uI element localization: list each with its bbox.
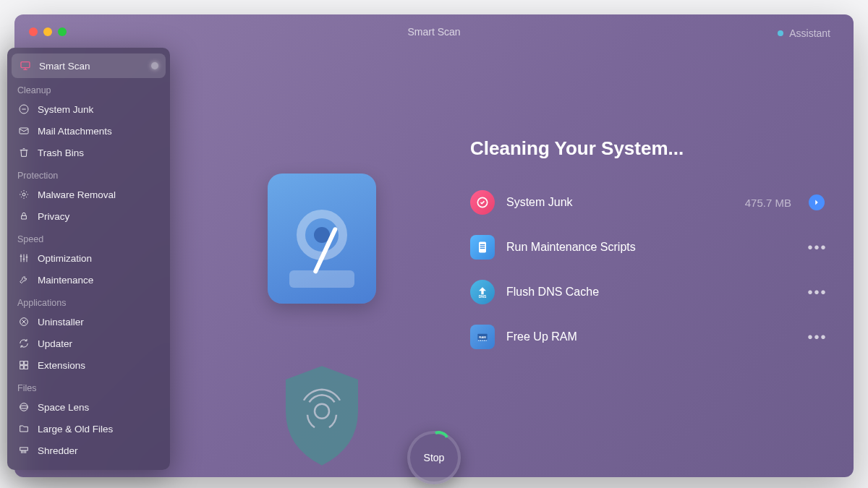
sidebar: Smart Scan Cleanup System Junk Mail Atta… <box>7 48 170 470</box>
svg-rect-16 <box>480 246 485 247</box>
assistant-button[interactable]: Assistant <box>769 23 839 43</box>
task-value: 475.7 MB <box>745 197 791 209</box>
sidebar-item-label: Large & Old Files <box>38 424 113 435</box>
main-content: Cleaning Your System... System Junk 475.… <box>203 58 825 455</box>
sidebar-item-optimization[interactable]: Optimization <box>7 247 170 269</box>
sidebar-item-label: System Junk <box>38 104 93 115</box>
sidebar-item-label: Extensions <box>38 360 85 371</box>
sidebar-item-label: Optimization <box>38 253 92 264</box>
space-lens-icon <box>17 401 30 414</box>
system-junk-icon <box>17 103 30 116</box>
privacy-icon <box>17 210 30 223</box>
task-more-button[interactable]: ••• <box>810 330 825 344</box>
sidebar-section-cleanup: Cleanup <box>7 78 170 98</box>
optimization-icon <box>17 252 30 265</box>
task-panel: Cleaning Your System... System Junk 475.… <box>470 137 825 359</box>
assistant-label: Assistant <box>789 27 830 39</box>
svg-point-3 <box>22 193 25 196</box>
sidebar-item-updater[interactable]: Updater <box>7 333 170 354</box>
sidebar-section-applications: Applications <box>7 291 170 311</box>
sidebar-item-label: Privacy <box>38 211 69 222</box>
task-row-free-ram: RAM Free Up RAM ••• <box>470 314 825 359</box>
svg-rect-0 <box>21 62 30 68</box>
svg-rect-17 <box>480 248 485 249</box>
extensions-icon <box>17 359 30 372</box>
sidebar-item-label: Malware Removal <box>38 189 116 200</box>
stop-button[interactable]: Stop <box>407 431 461 484</box>
sidebar-item-malware-removal[interactable]: Malware Removal <box>7 184 170 205</box>
ram-task-icon: RAM <box>470 325 495 349</box>
sidebar-item-maintenance[interactable]: Maintenance <box>7 269 170 291</box>
disk-illustration-icon <box>268 174 376 304</box>
uninstaller-icon <box>17 315 30 328</box>
malware-icon <box>17 188 30 201</box>
dns-task-icon: DNS <box>470 280 495 304</box>
svg-text:DNS: DNS <box>479 294 487 299</box>
svg-rect-5 <box>20 361 24 365</box>
sidebar-item-mail-attachments[interactable]: Mail Attachments <box>7 120 170 142</box>
sidebar-section-files: Files <box>7 376 170 396</box>
sidebar-item-privacy[interactable]: Privacy <box>7 205 170 227</box>
task-label: System Junk <box>506 196 733 209</box>
activity-indicator-icon <box>151 62 158 69</box>
task-more-button[interactable]: ••• <box>810 240 825 254</box>
stop-button-label: Stop <box>424 452 445 463</box>
app-window: Smart Scan Assistant Smart Scan Cleanup … <box>14 14 854 477</box>
sidebar-item-extensions[interactable]: Extensions <box>7 354 170 376</box>
task-label: Run Maintenance Scripts <box>506 241 799 254</box>
sidebar-item-large-old-files[interactable]: Large & Old Files <box>7 418 170 440</box>
maintenance-scripts-task-icon <box>470 235 495 260</box>
maximize-window-button[interactable] <box>58 27 67 36</box>
svg-rect-8 <box>25 366 28 369</box>
shield-illustration-icon <box>275 361 369 470</box>
task-more-button[interactable]: ••• <box>810 285 825 299</box>
main-heading: Cleaning Your System... <box>470 137 825 160</box>
sidebar-item-label: Updater <box>38 338 72 349</box>
task-arrow-button[interactable] <box>809 194 825 210</box>
sidebar-item-label: Shredder <box>38 445 78 456</box>
sidebar-item-label: Smart Scan <box>39 61 90 72</box>
svg-rect-6 <box>25 361 28 365</box>
large-files-icon <box>17 422 30 435</box>
shredder-icon <box>17 444 30 457</box>
sidebar-item-space-lens[interactable]: Space Lens <box>7 396 170 418</box>
maintenance-icon <box>17 273 30 286</box>
system-junk-task-icon <box>470 190 495 215</box>
sidebar-item-label: Uninstaller <box>38 317 84 328</box>
smart-scan-icon <box>19 59 32 72</box>
svg-rect-14 <box>479 242 486 253</box>
traffic-lights <box>29 27 67 36</box>
sidebar-item-label: Trash Bins <box>38 147 84 158</box>
close-window-button[interactable] <box>29 27 38 36</box>
sidebar-section-speed: Speed <box>7 227 170 247</box>
sidebar-item-trash-bins[interactable]: Trash Bins <box>7 142 170 163</box>
svg-rect-15 <box>480 244 485 245</box>
minimize-window-button[interactable] <box>43 27 52 36</box>
sidebar-item-system-junk[interactable]: System Junk <box>7 98 170 120</box>
sidebar-item-shredder[interactable]: Shredder <box>7 440 170 461</box>
sidebar-item-label: Maintenance <box>38 275 93 286</box>
page-title: Smart Scan <box>407 26 460 38</box>
trash-icon <box>17 146 30 159</box>
task-row-system-junk: System Junk 475.7 MB <box>470 180 825 225</box>
svg-point-10 <box>20 406 28 408</box>
updater-icon <box>17 337 30 350</box>
svg-point-9 <box>20 403 28 411</box>
svg-rect-11 <box>20 448 28 450</box>
task-label: Free Up RAM <box>506 330 799 343</box>
task-row-flush-dns: DNS Flush DNS Cache ••• <box>470 270 825 314</box>
task-row-maintenance-scripts: Run Maintenance Scripts ••• <box>470 225 825 270</box>
sidebar-item-uninstaller[interactable]: Uninstaller <box>7 311 170 333</box>
svg-text:RAM: RAM <box>479 335 486 339</box>
assistant-indicator-icon <box>778 30 783 36</box>
sidebar-item-smart-scan[interactable]: Smart Scan <box>12 53 166 78</box>
sidebar-item-label: Space Lens <box>38 402 89 413</box>
svg-rect-7 <box>20 366 24 369</box>
task-label: Flush DNS Cache <box>506 286 799 299</box>
svg-rect-2 <box>20 128 28 134</box>
sidebar-item-label: Mail Attachments <box>38 126 112 137</box>
mail-icon <box>17 124 30 137</box>
sidebar-section-protection: Protection <box>7 163 170 184</box>
